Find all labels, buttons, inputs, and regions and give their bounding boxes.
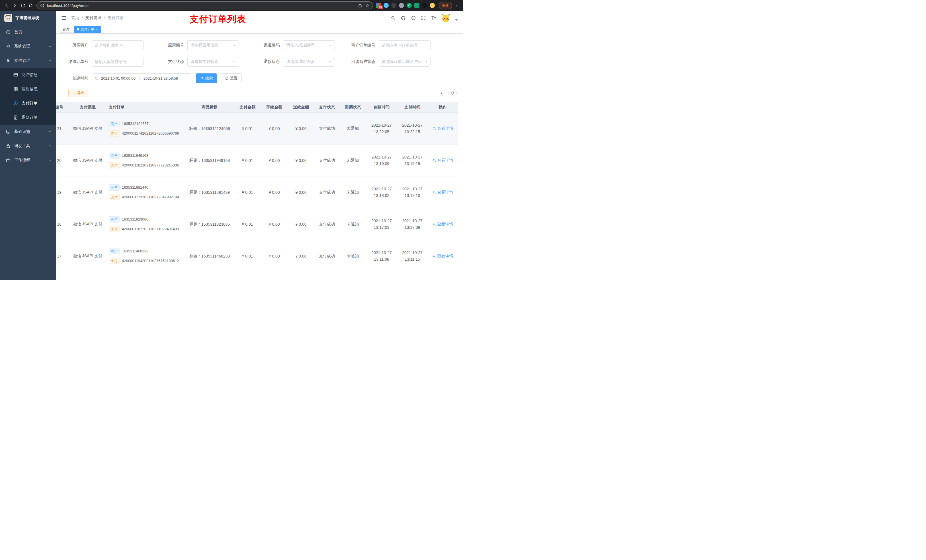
chevron-down-icon [48,144,52,148]
sidebar-item-workflow[interactable]: 工作流程 [0,153,56,167]
browser-update-button[interactable]: 更新 [439,2,452,9]
cell-pay-status: 支付成功 [314,208,339,240]
breadcrumb-home[interactable]: 首页 [71,15,79,21]
create-time-range-picker[interactable]: 2021-10-01 00:00:00 - 2021-10-31 23:59:5… [92,73,191,83]
tab-pay-order[interactable]: 支付订单 [74,26,101,33]
search-icon[interactable] [391,15,396,21]
sidebar-item-infra[interactable]: 基础设施 [0,125,56,139]
sidebar-item-dev-tools[interactable]: 研发工具 [0,139,56,153]
grid-icon [13,86,18,92]
sidebar-item-payment[interactable]: ¥ 支付管理 [0,53,56,68]
pay-order-no: 4200001173202110272847982104 [122,195,179,199]
cell-id [56,272,70,280]
filter-label: 商户订单编号 [348,43,375,48]
chevron-down-icon [328,44,332,47]
cell-notify-status: 未通知 [339,113,366,144]
site-info-icon[interactable] [40,3,44,8]
browser-window: localhost:1024/pay/order ☆ 10 更新 ⋮ [0,0,463,280]
bookmark-star-icon[interactable]: ☆ [366,3,369,8]
channel-code-filter-select[interactable]: 请输入渠道编码 [283,41,335,50]
app-filter-select[interactable]: 请选择应用信息 [188,41,239,50]
url-bar[interactable]: localhost:1024/pay/order ☆ [36,2,373,9]
view-detail-link[interactable]: 查看详情 [433,254,453,259]
sidebar-item-system[interactable]: 系统管理 [0,39,56,53]
pay-tag: 支付 [109,130,120,137]
filter-label: 支付状态 [157,59,184,64]
browser-refresh-button[interactable] [19,2,27,9]
font-size-icon[interactable] [431,15,437,21]
table-row[interactable]: 19 微信 JSAPI 支付 商户1635311881440 支付4200001… [56,177,458,208]
merchant-filter-input[interactable] [92,41,144,50]
tab-home[interactable]: 首页 [60,26,72,33]
cell-fee: ¥ 0.00 [261,177,287,208]
date-end[interactable]: 2021-10-31 23:59:59 [144,76,178,80]
github-icon[interactable] [401,15,406,21]
column-header: 支付时间 [397,102,428,112]
sidebar-item-app-info[interactable]: 应用信息 [0,82,56,96]
profile-avatar-icon[interactable] [430,3,435,8]
extension-icon[interactable] [407,3,412,8]
column-header: 退款金额 [287,102,314,112]
extension-icon[interactable]: 10 [376,3,381,8]
cell-amount: ¥ 0.01 [234,145,261,176]
cell-refund: ¥ 0.00 [287,208,314,240]
channel-order-no-input[interactable] [92,57,144,66]
sidebar-toggle-icon[interactable] [61,15,67,21]
sidebar-item-merchant-info[interactable]: 商户信息 [0,68,56,82]
avatar-caret-icon[interactable] [455,19,458,21]
browser-forward-button[interactable] [11,2,19,9]
toggle-search-button[interactable] [437,89,445,97]
column-header: 操作 [428,102,458,112]
extension-icon[interactable] [422,3,427,8]
extension-icon[interactable] [391,3,396,8]
cell-channel: 微信 JSAPI 支付 [70,145,106,176]
pay-status-filter-select[interactable]: 请选择支付状态 [188,57,239,66]
browser-home-button[interactable] [27,2,35,9]
cell-pay-order: 商户1635311823086 支付4200001167202110271022… [106,208,185,240]
refund-status-filter-select[interactable]: 请选择退款状态 [283,57,335,66]
table-row[interactable]: 21 微信 JSAPI 支付 商户1635312124657 支付4200001… [56,113,458,145]
browser-menu-icon[interactable]: ⋮ [454,3,460,8]
cell-id: 18 [56,208,70,240]
cell-id: 21 [56,113,70,144]
refresh-table-button[interactable] [448,89,457,97]
breadcrumb-section[interactable]: 支付管理 [85,15,101,21]
table-row[interactable]: 17 微信 JSAPI 支付 商户1635311468233 支付4200001… [56,240,458,272]
cell-title: 标题：1635312124656 [185,113,234,144]
search-button[interactable]: 搜索 [196,73,217,83]
table-row[interactable]: 商户1635311517 支付 [56,272,458,280]
url-text[interactable]: localhost:1024/pay/order [47,3,356,8]
export-button[interactable]: 导出 [68,89,88,97]
view-detail-link[interactable]: 查看详情 [433,126,453,131]
extension-icon[interactable] [384,3,389,8]
user-avatar[interactable] [441,14,450,23]
help-icon[interactable] [411,15,416,21]
date-start[interactable]: 2021-10-01 00:00:00 [101,76,136,80]
sidebar-item-label: 基础设施 [14,129,30,134]
merchant-tag: 商户 [109,216,120,222]
notify-status-filter-select[interactable]: 请选择订单回调商户状态 [379,57,431,66]
view-detail-link[interactable]: 查看详情 [433,190,453,195]
fullscreen-icon[interactable] [421,15,426,21]
close-icon[interactable] [96,27,98,31]
column-header: 支付状态 [314,102,339,112]
cell-refund: ¥ 0.00 [287,145,314,176]
pay-order-no: 4200001167202110271022491439 [122,227,179,231]
chevron-up-icon [48,59,52,62]
table-row[interactable]: 20 微信 JSAPI 支付 商户1635311949168 支付4200001… [56,145,458,177]
reset-button[interactable]: 重置 [221,73,242,83]
sidebar-item-refund-order[interactable]: 退款订单 [0,110,56,125]
browser-back-button[interactable] [3,2,11,9]
view-detail-link[interactable]: 查看详情 [433,158,453,163]
sidebar-item-pay-order[interactable]: 支付订单 [0,96,56,110]
table-row[interactable]: 18 微信 JSAPI 支付 商户1635311823086 支付4200001… [56,208,458,240]
chevron-down-icon [48,130,52,133]
cell-id: 19 [56,177,70,208]
extension-icon[interactable] [414,3,419,8]
refresh-icon [451,91,454,95]
merchant-order-no-input[interactable] [379,41,431,50]
share-icon[interactable] [358,3,362,8]
view-detail-link[interactable]: 查看详情 [433,222,453,227]
sidebar-item-home[interactable]: 首页 [0,25,56,39]
extension-icon[interactable] [399,3,404,8]
